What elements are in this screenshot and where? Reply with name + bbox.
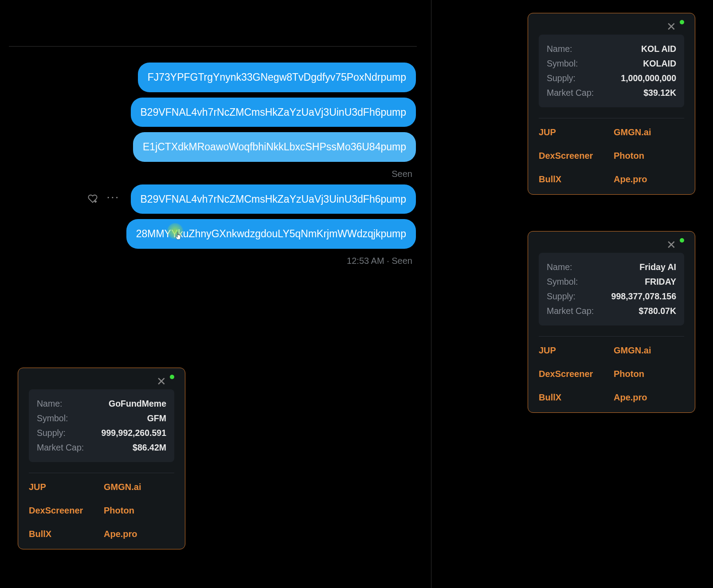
message-bubble[interactable]: E1jCTXdkMRoawoWoqfbhiNkkLbxcSHPssMo36U84…: [133, 132, 416, 162]
info-label: Market Cap:: [37, 443, 84, 453]
card-header: ✕: [539, 240, 684, 249]
info-row-name: Name: KOL AID: [547, 42, 676, 56]
message-bubble[interactable]: FJ73YPFGTrgYnynk33GNegw8TvDgdfyv75PoxNdr…: [138, 63, 416, 92]
info-value-marketcap: $780.07K: [639, 306, 676, 316]
message-row: FJ73YPFGTrgYnynk33GNegw8TvDgdfyv75PoxNdr…: [13, 63, 416, 92]
info-label: Symbol:: [547, 59, 578, 69]
message-actions: ···: [87, 193, 119, 205]
info-value-name: KOL AID: [641, 44, 676, 54]
info-row-name: Name: Friday AI: [547, 260, 676, 274]
seen-status: Seen: [392, 169, 416, 179]
link-gmgn[interactable]: GMGN.ai: [614, 127, 684, 137]
info-row-marketcap: Market Cap: $86.42M: [37, 440, 166, 455]
info-value-symbol: FRIDAY: [645, 277, 676, 287]
links-grid: JUP GMGN.ai DexScreener Photon BullX Ape…: [29, 482, 174, 539]
message-bubble[interactable]: B29VFNAL4vh7rNcZMCmsHkZaYzUaVj3UinU3dFh6…: [131, 184, 416, 214]
message-bubble[interactable]: 28MMYYkuZhnyGXnkwdzgdouLY5qNmKrjmWWdzqjk…: [126, 219, 416, 249]
status-dot-icon: [170, 375, 174, 379]
chat-top-divider: [9, 46, 417, 47]
message-bubble[interactable]: B29VFNAL4vh7rNcZMCmsHkZaYzUaVj3UinU3dFh6…: [131, 98, 416, 127]
token-info-box: Name: Friday AI Symbol: FRIDAY Supply: 9…: [539, 253, 684, 325]
status-dot-icon: [680, 20, 684, 24]
token-card-kolaid: ✕ Name: KOL AID Symbol: KOLAID Supply: 1…: [528, 13, 695, 195]
info-value-name: GoFundMeme: [109, 399, 166, 409]
message-row: 28MMYYkuZhnyGXnkwdzgdouLY5qNmKrjmWWdzqjk…: [13, 219, 416, 249]
card-divider: [539, 118, 684, 118]
heart-plus-icon[interactable]: [87, 194, 98, 204]
info-label: Market Cap:: [547, 88, 594, 98]
info-row-supply: Supply: 998,377,078.156: [547, 289, 676, 304]
links-grid: JUP GMGN.ai DexScreener Photon BullX Ape…: [539, 345, 684, 403]
close-icon[interactable]: ✕: [666, 21, 676, 32]
info-value-name: Friday AI: [639, 262, 676, 272]
link-dexscreener[interactable]: DexScreener: [539, 369, 609, 379]
link-photon[interactable]: Photon: [104, 506, 174, 516]
info-value-supply: 1,000,000,000: [621, 73, 676, 83]
link-apepro[interactable]: Ape.pro: [104, 529, 174, 539]
info-value-supply: 998,377,078.156: [611, 291, 676, 302]
info-row-marketcap: Market Cap: $39.12K: [547, 86, 676, 100]
link-jup[interactable]: JUP: [539, 127, 609, 137]
info-value-symbol: KOLAID: [643, 59, 676, 69]
info-row-marketcap: Market Cap: $780.07K: [547, 304, 676, 318]
link-jup[interactable]: JUP: [29, 482, 99, 492]
info-row-name: Name: GoFundMeme: [37, 396, 166, 411]
close-icon[interactable]: ✕: [157, 376, 166, 387]
info-value-marketcap: $39.12K: [643, 88, 676, 98]
info-row-symbol: Symbol: GFM: [37, 411, 166, 426]
message-row: ··· B29VFNAL4vh7rNcZMCmsHkZaYzUaVj3UinU3…: [13, 184, 416, 214]
card-divider: [539, 336, 684, 337]
link-apepro[interactable]: Ape.pro: [614, 392, 684, 403]
more-icon[interactable]: ···: [106, 191, 119, 203]
link-gmgn[interactable]: GMGN.ai: [614, 345, 684, 356]
message-row: B29VFNAL4vh7rNcZMCmsHkZaYzUaVj3UinU3dFh6…: [13, 98, 416, 127]
info-value-supply: 999,992,260.591: [102, 428, 166, 438]
info-row-symbol: Symbol: KOLAID: [547, 56, 676, 71]
messages-list: FJ73YPFGTrgYnynk33GNegw8TvDgdfyv75PoxNdr…: [13, 63, 418, 266]
info-label: Name:: [547, 262, 572, 272]
link-bullx[interactable]: BullX: [539, 174, 609, 184]
link-jup[interactable]: JUP: [539, 345, 609, 356]
links-grid: JUP GMGN.ai DexScreener Photon BullX Ape…: [539, 127, 684, 184]
message-row: E1jCTXdkMRoawoWoqfbhiNkkLbxcSHPssMo36U84…: [13, 132, 416, 162]
link-bullx[interactable]: BullX: [29, 529, 99, 539]
info-label: Supply:: [547, 73, 576, 83]
link-dexscreener[interactable]: DexScreener: [29, 506, 99, 516]
link-apepro[interactable]: Ape.pro: [614, 174, 684, 184]
close-icon[interactable]: ✕: [666, 239, 676, 251]
token-info-box: Name: KOL AID Symbol: KOLAID Supply: 1,0…: [539, 35, 684, 107]
token-info-box: Name: GoFundMeme Symbol: GFM Supply: 999…: [29, 389, 174, 462]
info-label: Market Cap:: [547, 306, 594, 316]
info-row-supply: Supply: 999,992,260.591: [37, 426, 166, 440]
card-divider: [29, 473, 174, 473]
chat-area: FJ73YPFGTrgYnynk33GNegw8TvDgdfyv75PoxNdr…: [0, 0, 431, 266]
token-card-gofundmeme: ✕ Name: GoFundMeme Symbol: GFM Supply: 9…: [18, 368, 185, 549]
info-label: Symbol:: [37, 413, 68, 423]
info-label: Name:: [37, 399, 62, 409]
card-header: ✕: [29, 377, 174, 386]
status-dot-icon: [680, 238, 684, 243]
link-gmgn[interactable]: GMGN.ai: [104, 482, 174, 492]
link-bullx[interactable]: BullX: [539, 392, 609, 403]
info-row-supply: Supply: 1,000,000,000: [547, 71, 676, 86]
vertical-divider: [431, 0, 431, 588]
token-card-fridayai: ✕ Name: Friday AI Symbol: FRIDAY Supply:…: [528, 231, 695, 413]
info-label: Supply:: [547, 291, 576, 302]
link-photon[interactable]: Photon: [614, 369, 684, 379]
info-row-symbol: Symbol: FRIDAY: [547, 274, 676, 289]
link-photon[interactable]: Photon: [614, 151, 684, 161]
info-label: Supply:: [37, 428, 66, 438]
info-value-symbol: GFM: [147, 413, 166, 423]
card-header: ✕: [539, 22, 684, 31]
link-dexscreener[interactable]: DexScreener: [539, 151, 609, 161]
info-value-marketcap: $86.42M: [133, 443, 166, 453]
timestamp-seen-status: 12:53 AM · Seen: [347, 256, 416, 266]
info-label: Symbol:: [547, 277, 578, 287]
info-label: Name:: [547, 44, 572, 54]
